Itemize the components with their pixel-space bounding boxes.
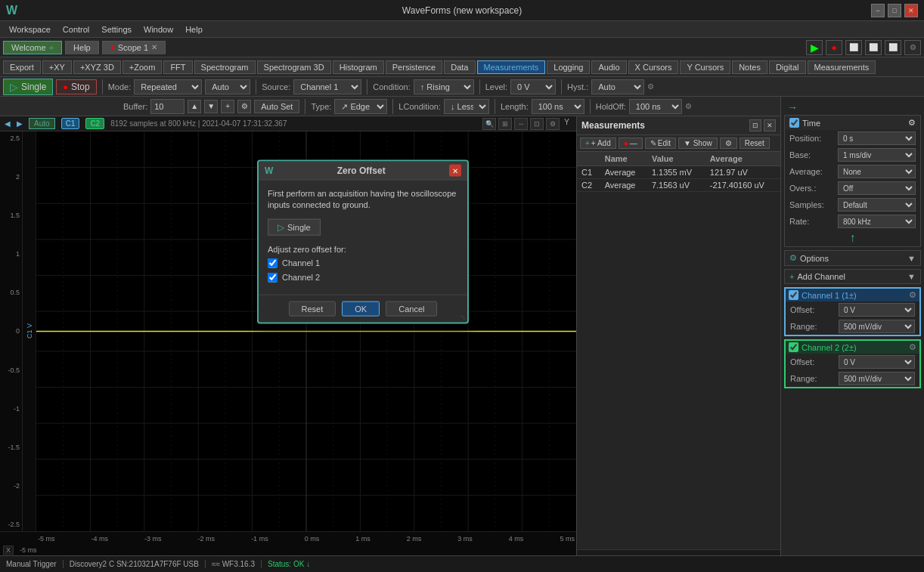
measurements-close[interactable]: ✕ xyxy=(764,119,776,131)
buffer-up[interactable]: ▲ xyxy=(188,100,201,113)
open-button[interactable]: ⬜ xyxy=(865,40,882,55)
ch1-offset-select[interactable]: 0 V xyxy=(839,303,915,317)
dialog-cancel-button[interactable]: Cancel xyxy=(386,301,437,316)
scope-fit[interactable]: ⊡ xyxy=(530,118,544,130)
scope-zoom-out[interactable]: ⊞ xyxy=(498,118,512,130)
tab-scope-close[interactable]: ✕ xyxy=(151,43,157,51)
zoom-button[interactable]: +Zoom xyxy=(122,60,163,74)
time-settings-icon[interactable]: ⚙ xyxy=(908,118,916,128)
data-button[interactable]: Data xyxy=(444,60,475,74)
histogram-button[interactable]: Histogram xyxy=(333,60,384,74)
dialog-ch1-checkbox[interactable] xyxy=(268,258,278,267)
auto-select[interactable]: Auto xyxy=(205,79,250,94)
length-select[interactable]: 100 ns xyxy=(532,99,584,114)
auto-badge[interactable]: Auto xyxy=(29,118,55,129)
samples-select[interactable]: Default xyxy=(838,198,916,212)
measurements-detach[interactable]: ⊡ xyxy=(749,119,761,131)
ch1-badge[interactable]: C1 xyxy=(61,118,80,129)
stop-button[interactable]: ● Stop xyxy=(56,79,96,94)
condition-select[interactable]: ↑ Rising xyxy=(414,79,474,94)
measurements-remove[interactable]: ● — xyxy=(619,138,643,149)
dialog-ch2-checkbox[interactable] xyxy=(268,272,278,282)
position-select[interactable]: 0 s xyxy=(838,131,916,145)
buffer-add[interactable]: + xyxy=(221,100,234,113)
ch2-offset-select[interactable]: 0 V xyxy=(839,355,915,369)
mode-select[interactable]: Repeated xyxy=(134,79,202,94)
dialog-resize-handle[interactable]: ⤡ xyxy=(460,312,466,320)
dialog-reset-button[interactable]: Reset xyxy=(289,301,336,316)
measurements-button[interactable]: Measurements xyxy=(477,60,546,74)
tab-help[interactable]: Help xyxy=(65,41,99,54)
stop-button[interactable]: ● xyxy=(826,40,842,55)
dialog-single-button[interactable]: ▷ Single xyxy=(268,218,321,235)
source-select[interactable]: Channel 1 xyxy=(293,79,361,94)
export-button[interactable]: Export xyxy=(3,60,41,74)
xy-button[interactable]: +XY xyxy=(42,60,72,74)
base-select[interactable]: 1 ms/div xyxy=(838,148,916,162)
tab-welcome[interactable]: Welcome + xyxy=(3,41,62,54)
trigger-arrow[interactable]: ▶ xyxy=(17,119,23,128)
menu-settings[interactable]: Settings xyxy=(95,23,138,36)
scope-pan[interactable]: ↔ xyxy=(514,118,528,130)
menu-window[interactable]: Window xyxy=(138,23,179,36)
menu-workspace[interactable]: Workspace xyxy=(3,23,57,36)
time-header[interactable]: Time ⚙ xyxy=(785,116,920,130)
options-section[interactable]: ⚙ Options ▼ xyxy=(784,250,921,266)
menu-help[interactable]: Help xyxy=(179,23,209,36)
hyst-select[interactable]: Auto xyxy=(591,79,644,94)
fft-button[interactable]: FFT xyxy=(163,60,192,74)
dialog-close-button[interactable]: ✕ xyxy=(449,165,461,177)
measurements-show[interactable]: ▼ Show xyxy=(678,138,718,149)
time-checkbox[interactable] xyxy=(789,118,799,128)
level-select[interactable]: 0 V xyxy=(510,79,556,94)
spectrogram-button[interactable]: Spectrogram xyxy=(194,60,256,74)
auto-set-button[interactable]: Auto Set xyxy=(254,100,299,113)
rate-up-arrow[interactable]: ↑ xyxy=(850,231,856,244)
menu-control[interactable]: Control xyxy=(57,23,95,36)
tab-welcome-add[interactable]: + xyxy=(49,43,54,52)
ch2-settings-icon[interactable]: ⚙ xyxy=(909,342,916,352)
measurements-settings[interactable]: ⚙ xyxy=(720,138,737,149)
holdoff-select[interactable]: 100 ns xyxy=(629,99,682,114)
tab-scope[interactable]: ● Scope 1 ✕ xyxy=(102,41,166,54)
buffer-settings[interactable]: ⚙ xyxy=(237,100,251,113)
type-select[interactable]: ↗ Edge xyxy=(334,99,387,114)
spectrogram3d-button[interactable]: Spectrogram 3D xyxy=(257,60,331,74)
buffer-down[interactable]: ▼ xyxy=(204,100,218,113)
notes-button[interactable]: Notes xyxy=(732,60,767,74)
measurements-add[interactable]: + + Add xyxy=(580,138,616,149)
measurements2-button[interactable]: Measurements xyxy=(808,60,876,74)
ch1-settings-icon[interactable]: ⚙ xyxy=(909,290,916,300)
save-record-button[interactable]: ⬜ xyxy=(845,40,862,55)
lcondition-select[interactable]: ↓ Less xyxy=(444,99,489,114)
minimize-button[interactable]: − xyxy=(871,4,885,17)
run-button[interactable]: ▶ xyxy=(806,40,823,55)
measurements-scrollbar[interactable] xyxy=(577,549,780,555)
ch1-range-select[interactable]: 500 mV/div xyxy=(839,320,915,333)
audio-button[interactable]: Audio xyxy=(591,60,626,74)
ch2-badge[interactable]: C2 xyxy=(85,118,104,129)
measurements-reset[interactable]: Reset xyxy=(740,138,770,149)
average-select[interactable]: None xyxy=(838,165,916,178)
settings-icon-button[interactable]: ⚙ xyxy=(904,40,921,55)
single-button[interactable]: ▷ Single xyxy=(3,79,53,95)
overs-select[interactable]: Off xyxy=(838,181,916,195)
ch2-range-select[interactable]: 500 mV/div xyxy=(839,372,915,385)
xyz3d-button[interactable]: +XYZ 3D xyxy=(73,60,121,74)
logging-button[interactable]: Logging xyxy=(547,60,590,74)
close-button[interactable]: ✕ xyxy=(904,4,918,17)
digital-button[interactable]: Digital xyxy=(769,60,806,74)
rate-select[interactable]: 800 kHz xyxy=(838,215,916,228)
dialog-ok-button[interactable]: OK xyxy=(342,301,380,316)
measurements-scroll[interactable]: Name Value Average C1 Average 1.1355 mV … xyxy=(577,152,780,549)
ch1-checkbox[interactable] xyxy=(789,290,798,300)
maximize-button[interactable]: □ xyxy=(888,4,901,17)
scope-settings[interactable]: ⚙ xyxy=(546,118,560,130)
xcursors-button[interactable]: X Cursors xyxy=(628,60,679,74)
ch2-checkbox[interactable] xyxy=(789,342,798,352)
scope-zoom-in[interactable]: 🔍 xyxy=(482,118,496,130)
channel-down-arrow[interactable]: ◀ xyxy=(5,119,11,128)
buffer-input[interactable] xyxy=(150,99,184,114)
export-button[interactable]: ⬜ xyxy=(885,40,901,55)
measurements-edit[interactable]: ✎ Edit xyxy=(645,138,676,149)
